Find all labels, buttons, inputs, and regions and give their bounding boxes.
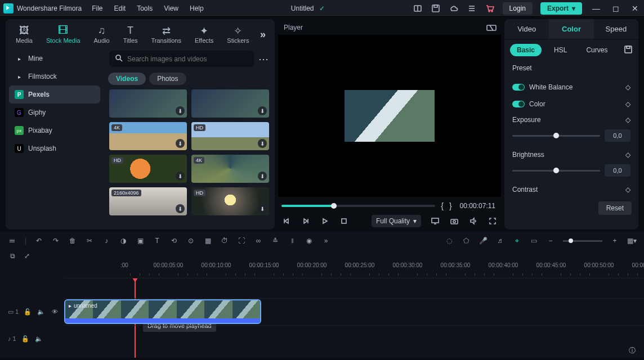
stock-thumb[interactable]: 2160x4096⬇ (109, 187, 187, 215)
speed-icon[interactable]: ⊙ (186, 237, 195, 245)
color-toggle[interactable] (512, 101, 525, 107)
exposure-slider[interactable] (512, 135, 600, 137)
crop-icon[interactable]: ▣ (136, 237, 145, 245)
download-icon[interactable]: ⬇ (176, 139, 185, 148)
stock-thumb[interactable]: HD⬇ (191, 187, 269, 215)
login-button[interactable]: Login (503, 2, 533, 15)
magnet-icon[interactable]: ⌖ (512, 237, 521, 245)
stock-thumb[interactable]: ⬇ (191, 89, 269, 118)
split-icon[interactable]: ✂ (85, 237, 94, 245)
menu-help[interactable]: Help (190, 4, 204, 12)
keyframe-icon[interactable]: ◇ (625, 83, 630, 91)
delete-icon[interactable]: 🗑 (68, 237, 77, 245)
lock-icon[interactable]: 🔓 (23, 308, 32, 316)
tab-speed[interactable]: Speed (594, 19, 638, 39)
reset-button[interactable]: Reset (598, 201, 632, 215)
cloud-icon[interactable] (449, 3, 459, 14)
mute-icon[interactable]: 🔈 (37, 308, 46, 316)
voice-icon[interactable]: ⦀ (288, 237, 297, 245)
color-icon[interactable]: ▦ (203, 237, 212, 245)
mark-out-icon[interactable]: } (449, 201, 452, 210)
zoom-in-icon[interactable]: + (610, 237, 619, 245)
source-giphy[interactable]: GGiphy (9, 104, 100, 122)
download-icon[interactable]: ⬇ (258, 139, 267, 148)
marker-icon[interactable]: ▭ (529, 237, 538, 245)
tab-audio[interactable]: ♫Audio (90, 22, 114, 46)
subtab-basic[interactable]: Basic (510, 44, 542, 56)
photos-tab[interactable]: Photos (149, 73, 186, 85)
more-tabs-icon[interactable]: » (260, 29, 269, 40)
fit-icon[interactable]: ⛶ (237, 237, 246, 245)
tab-stickers[interactable]: ✧Stickers (222, 22, 253, 46)
wb-toggle[interactable] (512, 84, 525, 91)
source-pexels[interactable]: PPexels (9, 86, 100, 104)
menu-file[interactable]: File (92, 4, 102, 12)
mute-icon[interactable]: 🔈 (34, 335, 43, 343)
download-icon[interactable]: ⬇ (176, 172, 185, 181)
videos-tab[interactable]: Videos (108, 73, 146, 85)
stop-icon[interactable] (339, 216, 349, 226)
menu-edit[interactable]: Edit (114, 4, 126, 12)
next-frame-icon[interactable] (301, 216, 311, 226)
tab-transitions[interactable]: ⇄Transitions (147, 22, 186, 46)
keyframe-icon[interactable]: ◇ (625, 186, 630, 194)
tag-icon[interactable]: ◑ (119, 237, 128, 245)
keyframe-icon[interactable]: ◇ (625, 151, 630, 159)
quality-select[interactable]: Full Quality▾ (372, 215, 421, 227)
list-icon[interactable] (467, 3, 477, 14)
mark-in-icon[interactable]: { (441, 201, 444, 210)
download-icon[interactable]: ⬇ (176, 204, 185, 213)
tab-color[interactable]: Color (549, 19, 593, 39)
download-icon[interactable]: ⬇ (258, 172, 267, 181)
search-input[interactable] (127, 55, 248, 63)
progress-thumb[interactable] (331, 203, 337, 209)
tab-media[interactable]: 🖼Media (11, 22, 37, 46)
marker-dot-icon[interactable]: ◌ (445, 237, 454, 245)
save-icon[interactable] (431, 3, 441, 14)
copy-icon[interactable]: ⧉ (8, 252, 17, 260)
snapshot-compare-icon[interactable] (486, 22, 497, 33)
download-icon[interactable]: ⬇ (258, 106, 267, 115)
prev-frame-icon[interactable] (281, 216, 292, 226)
minimize-button[interactable]: — (590, 4, 602, 13)
record-icon[interactable]: ◉ (305, 237, 314, 245)
zoom-slider[interactable] (563, 240, 602, 242)
source-unsplash[interactable]: UUnsplash (9, 140, 100, 158)
menu-tools[interactable]: Tools (137, 4, 153, 12)
stock-thumb[interactable]: 4K⬇ (109, 122, 187, 150)
subtab-curves[interactable]: Curves (579, 44, 614, 56)
stock-thumb[interactable]: HD⬇ (191, 122, 269, 150)
rotate-icon[interactable]: ⟲ (169, 237, 178, 245)
keyframe-icon[interactable]: ◇ (625, 116, 630, 124)
stock-thumb[interactable]: ⬇ (109, 89, 187, 118)
brightness-value[interactable]: 0,0 (605, 164, 630, 177)
source-filmstock[interactable]: ▸Filmstock (9, 68, 100, 86)
source-pixabay[interactable]: pxPixabay (9, 122, 100, 140)
tab-stock-media[interactable]: 🎞Stock Media (42, 22, 85, 46)
unlink-icon[interactable]: ⤢ (23, 252, 32, 260)
menu-view[interactable]: View (164, 4, 178, 12)
shield-icon[interactable]: ⬠ (462, 237, 471, 245)
view-mode-icon[interactable]: ▦▾ (627, 237, 636, 245)
play-icon[interactable] (320, 216, 330, 226)
undo-icon[interactable]: ↶ (34, 237, 43, 245)
eye-icon[interactable]: 👁 (50, 308, 59, 315)
timeline-clip[interactable]: ▸unnamed (64, 299, 261, 324)
more-options-icon[interactable]: ⋯ (258, 53, 269, 65)
tab-video[interactable]: Video (504, 19, 549, 39)
stock-thumb[interactable]: 4K⬇ (191, 155, 269, 183)
zoom-out-icon[interactable]: − (546, 237, 555, 245)
fullscreen-icon[interactable] (488, 216, 498, 226)
export-button[interactable]: Export▾ (540, 2, 582, 15)
save-preset-icon[interactable] (624, 45, 633, 56)
maximize-button[interactable]: ◻ (610, 4, 621, 13)
source-mine[interactable]: ▸Mine (9, 50, 100, 68)
download-icon[interactable]: ⬇ (258, 204, 267, 213)
exposure-value[interactable]: 0,0 (605, 129, 630, 142)
adjust-icon[interactable]: ≛ (271, 237, 280, 245)
subtab-hsl[interactable]: HSL (547, 44, 574, 56)
more-tools-icon[interactable]: » (321, 237, 330, 245)
brightness-slider[interactable] (512, 170, 600, 172)
selection-icon[interactable]: ⩸ (8, 237, 17, 245)
layout-icon[interactable] (413, 3, 423, 14)
